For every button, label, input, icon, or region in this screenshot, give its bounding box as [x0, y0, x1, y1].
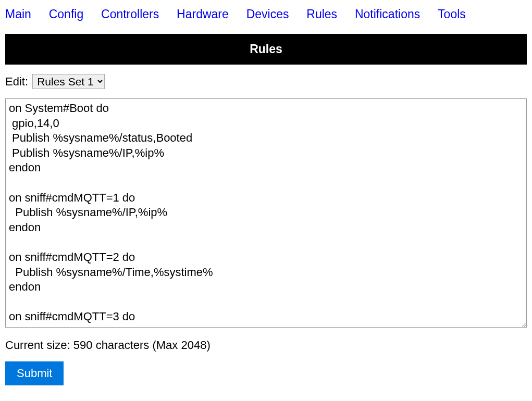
- edit-row: Edit: Rules Set 1: [0, 70, 532, 93]
- submit-button[interactable]: Submit: [5, 361, 64, 385]
- edit-label: Edit:: [5, 75, 28, 88]
- nav-config[interactable]: Config: [49, 7, 83, 21]
- size-info: Current size: 590 characters (Max 2048): [0, 330, 532, 357]
- main-nav: Main Config Controllers Hardware Devices…: [0, 0, 532, 29]
- page-title: Rules: [5, 34, 527, 65]
- nav-hardware[interactable]: Hardware: [177, 7, 229, 21]
- nav-rules[interactable]: Rules: [306, 7, 337, 21]
- nav-main[interactable]: Main: [5, 7, 31, 21]
- rules-set-select[interactable]: Rules Set 1: [32, 74, 105, 89]
- rules-textarea[interactable]: [5, 98, 527, 328]
- nav-controllers[interactable]: Controllers: [101, 7, 159, 21]
- nav-tools[interactable]: Tools: [438, 7, 466, 21]
- nav-devices[interactable]: Devices: [246, 7, 289, 21]
- nav-notifications[interactable]: Notifications: [355, 7, 420, 21]
